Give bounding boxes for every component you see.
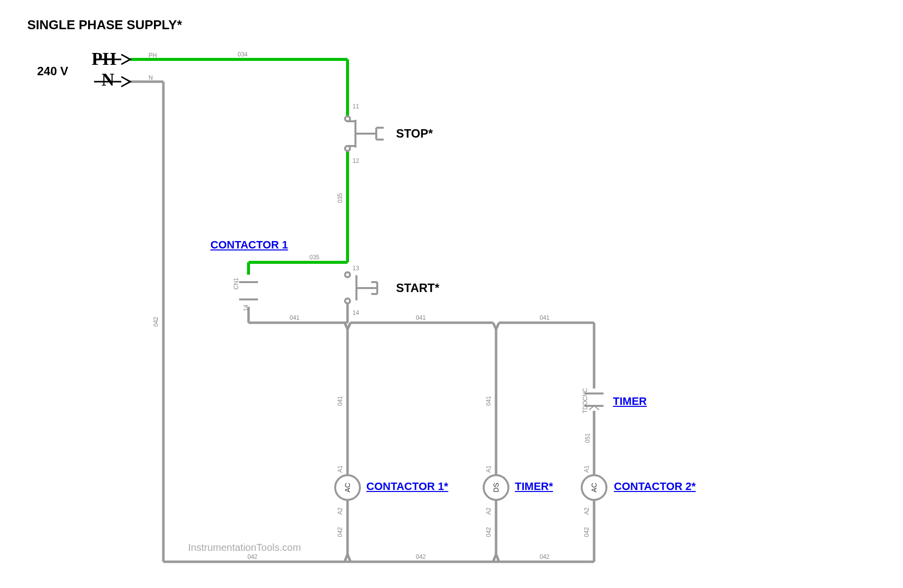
a2-c2-label: A2: [583, 507, 590, 515]
wire-034-label: 034: [238, 51, 248, 58]
cnc-label: CNC: [582, 388, 589, 401]
wire-041-aux-label: 041: [290, 314, 300, 321]
wire-041-v1-label: 041: [337, 396, 344, 406]
svg-line-20: [496, 323, 499, 329]
wire-051-label: 051: [584, 433, 591, 443]
terminal-14-label: 14: [352, 309, 359, 316]
svg-point-41: [345, 298, 350, 303]
wire-042-h3-label: 042: [540, 553, 550, 560]
wire-ph-label: PH: [149, 52, 157, 59]
diagram-title: SINGLE PHASE SUPPLY*: [27, 17, 182, 33]
svg-point-40: [345, 272, 350, 277]
wire-042-rail-label: 042: [152, 317, 159, 327]
neutral-terminal-label: N: [101, 69, 114, 90]
contactor1-contact-label[interactable]: CONTACTOR 1: [210, 239, 288, 251]
terminal-13-label: 13: [352, 265, 359, 272]
voltage-label: 240 V: [37, 64, 68, 78]
timer-coil-label[interactable]: TIMER*: [515, 480, 553, 493]
a1-c2-label: A1: [583, 465, 590, 473]
tdo-label: TDO: [582, 401, 589, 413]
wire-041-h1-label: 041: [416, 314, 426, 321]
terminal-12-label: 12: [352, 157, 359, 164]
wire-042-h1-label: 042: [248, 553, 257, 560]
wire-041-v2-label: 041: [485, 396, 492, 406]
terminal-11-label: 11: [352, 103, 359, 110]
wire-035-label-h: 035: [309, 254, 319, 261]
wire-042-v3-label: 042: [583, 527, 590, 537]
svg-text:DS: DS: [492, 483, 500, 492]
wire-042-h2-label: 042: [416, 553, 426, 560]
wire-042-v1-label: 042: [337, 527, 344, 537]
a1-timer-label: A1: [485, 465, 492, 473]
wire-n-label: N: [149, 74, 153, 81]
phase-terminal-label: PH: [92, 49, 116, 69]
a2-c1-label: A2: [337, 507, 344, 515]
timer-contact-label[interactable]: TIMER: [613, 395, 647, 408]
a1-c1-label: A1: [337, 465, 344, 473]
svg-text:AC: AC: [344, 483, 351, 492]
start-button-label: START*: [396, 281, 440, 295]
wire-042-v2-label: 042: [485, 527, 492, 537]
watermark-text: InstrumentationTools.com: [188, 542, 301, 553]
contactor2-coil-label[interactable]: CONTACTOR 2*: [614, 480, 696, 493]
svg-line-17: [348, 323, 351, 329]
contactor1-coil-label[interactable]: CONTACTOR 1*: [366, 480, 448, 493]
stop-button-label: STOP*: [396, 127, 433, 141]
svg-text:AC: AC: [590, 483, 598, 492]
a2-timer-label: A2: [485, 507, 492, 515]
terminal-14-aux-label: 14: [243, 305, 250, 311]
cn1-label: CN1: [233, 278, 240, 290]
wire-041-h2-label: 041: [540, 314, 550, 321]
wire-035-label-v: 035: [337, 193, 344, 203]
